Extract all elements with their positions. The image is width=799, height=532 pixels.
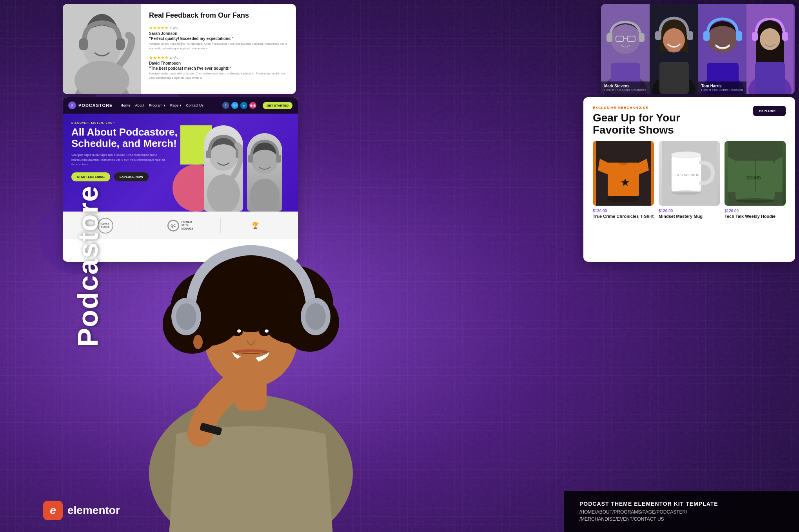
hero-badge: DISCOVER. LISTEN. SHOP. — [71, 121, 289, 124]
svg-point-75 — [259, 328, 270, 336]
svg-point-82 — [305, 303, 326, 330]
podcaster-3-name: Tom Harris — [701, 84, 744, 88]
svg-point-80 — [176, 303, 196, 330]
svg-rect-43 — [276, 155, 281, 163]
merch-header: EXCLUSIVE MERCHANDISE Gear Up for Your F… — [583, 97, 795, 141]
podcaster-1-info: Mark Stevens Host of True Crime Chronicl… — [601, 81, 650, 94]
hoodie-price: $120.00 — [725, 209, 786, 213]
merch-products: ★ $120.00 True Crime Chronicles T-Shirt — [583, 141, 795, 219]
svg-point-71 — [216, 262, 286, 332]
instagram-icon[interactable]: ◉ — [249, 102, 256, 109]
bottom-bar: PODCAST THEME ELEMENTOR KIT TEMPLATE /HO… — [564, 491, 799, 532]
testimonial-photo — [63, 4, 141, 94]
testimonial-content: Real Feedback from Our Fans ★★★★★ 4.9/5 … — [141, 4, 296, 94]
podcaster-1: Mark Stevens Host of True Crime Chronicl… — [601, 4, 650, 94]
svg-text:BUS MOCKUP: BUS MOCKUP — [676, 173, 699, 177]
svg-marker-58 — [728, 157, 735, 192]
elementor-text: elementor — [67, 504, 120, 517]
review-2-body: Volutpat nulla turpis nisl quisque. Cras… — [149, 71, 288, 80]
nav-contact[interactable]: Contact Us — [186, 103, 204, 107]
svg-rect-21 — [687, 31, 693, 40]
svg-point-18 — [663, 28, 685, 52]
nav-program[interactable]: Program — [149, 103, 165, 107]
review-1: ★★★★★ 4.9/5 Sarah Johnson "Perfect quali… — [149, 25, 288, 50]
svg-point-55 — [671, 190, 701, 195]
facebook-icon[interactable] — [222, 102, 229, 109]
tshirt-price: $120.00 — [593, 209, 654, 213]
elementor-letter: e — [50, 504, 56, 517]
svg-point-76 — [237, 329, 241, 333]
product-tshirt: ★ $120.00 True Crime Chronicles T-Shirt — [593, 141, 654, 219]
bottom-bar-paths: /HOME/ABOUT/PROGRAMS/PAGE/PODCASTER//MER… — [579, 509, 687, 522]
hoodie-visual: ROUND — [725, 141, 786, 206]
start-listening-button[interactable]: START LISTENING — [71, 172, 110, 181]
mug-image: BUS MOCKUP — [659, 141, 720, 206]
testimonial-image — [63, 4, 141, 94]
svg-marker-59 — [775, 157, 783, 192]
svg-rect-33 — [752, 32, 758, 41]
social-icons: ✕ ◉ — [222, 102, 256, 109]
site-navbar: 🎙 PODCASTORE Home About Program Page Con… — [63, 97, 298, 114]
svg-point-62 — [736, 198, 774, 203]
twitter-icon[interactable]: ✕ — [231, 102, 238, 109]
testimonial-heading: Real Feedback from Our Fans — [149, 11, 288, 20]
review-1-body: Volutpat turpis nulla turpis nisl quisqu… — [149, 42, 288, 50]
mug-visual: BUS MOCKUP — [659, 141, 720, 206]
review-1-name: Sarah Johnson — [149, 31, 288, 36]
review-2: ★★★★★ 4.8/5 David Thompson "The best pod… — [149, 55, 288, 80]
svg-point-77 — [265, 329, 269, 333]
elementor-logo: e — [43, 501, 63, 520]
svg-point-83 — [193, 335, 203, 349]
product-hoodie: ROUND $120.00 Tech Talk Weekly Hoodie — [725, 141, 786, 219]
svg-rect-37 — [206, 150, 211, 158]
testimonials-card: Real Feedback from Our Fans ★★★★★ 4.9/5 … — [63, 4, 296, 94]
svg-rect-26 — [703, 31, 710, 41]
get-started-button[interactable]: GET STARTED — [263, 102, 292, 109]
podcaster-3-info: Tom Harris Host of Pop Culture Reloaded — [698, 81, 747, 94]
podcaster-1-name: Mark Stevens — [604, 84, 646, 88]
svg-point-31 — [760, 28, 780, 50]
vertical-brand-title: Podcastore — [72, 185, 104, 347]
svg-rect-42 — [248, 155, 253, 163]
svg-text:ROUND: ROUND — [746, 176, 761, 180]
tshirt-name: True Crime Chronicles T-Shirt — [593, 214, 654, 219]
mug-price: $120.00 — [659, 209, 720, 213]
svg-rect-34 — [782, 32, 788, 41]
explore-button[interactable]: EXPLORE → — [753, 106, 786, 116]
person-body — [129, 199, 357, 532]
svg-point-50 — [607, 196, 640, 202]
review-1-rating: 4.9/5 — [170, 26, 178, 30]
podcaster-1-role: Host of True Crime Chronicles — [604, 88, 646, 92]
svg-rect-14 — [639, 33, 645, 42]
main-person-container — [110, 179, 384, 532]
svg-point-74 — [232, 328, 243, 336]
tshirt-image: ★ — [593, 141, 654, 206]
merch-title: Gear Up for Your Favorite Shows — [593, 112, 695, 136]
logo-icon: 🎙 — [68, 101, 76, 109]
podcaster-4 — [746, 4, 795, 94]
review-2-rating: 4.8/5 — [170, 56, 178, 60]
nav-about[interactable]: About — [135, 103, 144, 107]
podcaster-2 — [650, 4, 698, 94]
linkedin-icon[interactable] — [240, 102, 247, 109]
hero-title: All About Podcastore, Schedule, and Merc… — [71, 127, 189, 149]
review-1-stars: ★★★★★ 4.9/5 — [149, 25, 288, 31]
hoodie-image: ROUND — [725, 141, 786, 206]
product-mug: BUS MOCKUP $120.00 Mindset Mastery Mug — [659, 141, 720, 219]
review-1-quote: "Perfect quality! Exceeded my expectatio… — [149, 36, 288, 41]
svg-rect-3 — [79, 38, 88, 50]
hoodie-name: Tech Talk Weekly Hoodie — [725, 214, 786, 219]
nav-home[interactable]: Home — [120, 103, 130, 107]
nav-page[interactable]: Page — [170, 103, 182, 107]
explore-button-label: EXPLORE — [759, 109, 775, 113]
bottom-bar-subtitle: /HOME/ABOUT/PROGRAMS/PAGE/PODCASTER//MER… — [579, 508, 783, 523]
svg-rect-27 — [736, 31, 742, 41]
logo-text: PODCASTORE — [78, 103, 113, 108]
svg-rect-13 — [607, 33, 612, 42]
podcaster-3: Tom Harris Host of Pop Culture Reloaded — [698, 4, 747, 94]
mug-name: Mindset Mastery Mug — [659, 214, 720, 219]
svg-point-53 — [671, 152, 701, 158]
site-logo: 🎙 PODCASTORE — [68, 101, 113, 109]
podcaster-3-role: Host of Pop Culture Reloaded — [701, 88, 744, 92]
elementor-brand: e elementor — [43, 501, 120, 520]
